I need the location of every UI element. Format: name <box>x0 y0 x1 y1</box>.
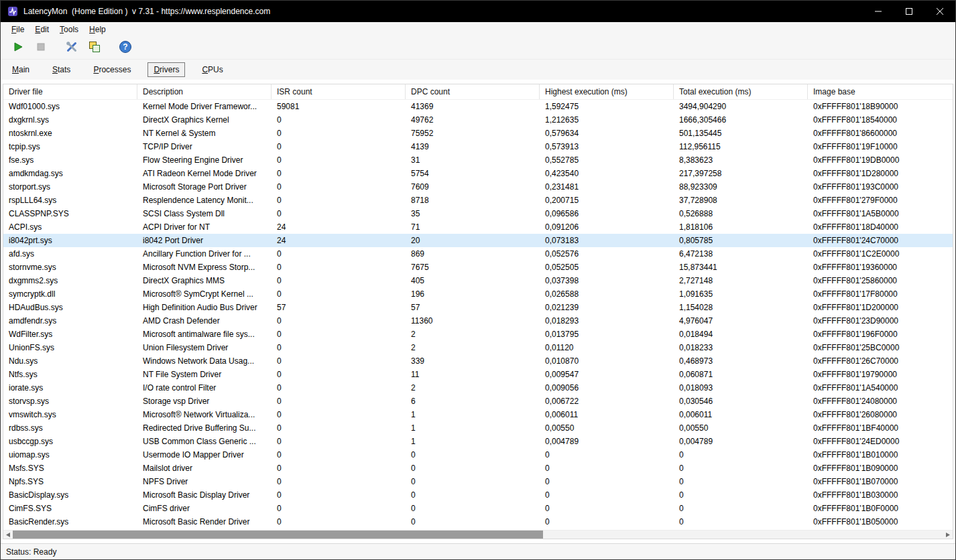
table-cell: 11 <box>406 368 540 381</box>
tab-processes[interactable]: Processes <box>87 62 137 77</box>
tab-cpus[interactable]: CPUs <box>196 62 229 77</box>
table-row-wdfilter-sys[interactable]: WdFilter.sysMicrosoft antimalware file s… <box>3 328 953 341</box>
table-cell: 0,231481 <box>540 180 674 194</box>
table-cell: 59081 <box>272 100 406 113</box>
table-row-usbccgp-sys[interactable]: usbccgp.sysUSB Common Class Generic ...0… <box>3 435 953 448</box>
table-cell: 0xFFFFF801'193C0000 <box>808 180 953 194</box>
table-cell: 0,009056 <box>540 381 674 395</box>
table-row-ndu-sys[interactable]: Ndu.sysWindows Network Data Usag...03390… <box>3 354 953 368</box>
table-cell: 0,018233 <box>674 341 808 354</box>
table-cell: CimFS.SYS <box>3 502 137 515</box>
menu-item-edit[interactable]: Edit <box>29 23 54 36</box>
tab-stats[interactable]: Stats <box>46 62 76 77</box>
minimize-button[interactable] <box>863 1 894 22</box>
help-button[interactable]: ? <box>116 39 135 58</box>
table-row-afd-sys[interactable]: afd.sysAncillary Function Driver for ...… <box>3 247 953 261</box>
table-row-dxgmms2-sys[interactable]: dxgmms2.sysDirectX Graphics MMS04050,037… <box>3 274 953 287</box>
scroll-right-arrow-icon[interactable] <box>943 531 953 539</box>
table-row-dxgkrnl-sys[interactable]: dxgkrnl.sysDirectX Graphics Kernel049762… <box>3 113 953 127</box>
table-row-wdf01000-sys[interactable]: Wdf01000.sysKernel Mode Driver Framewor.… <box>3 100 953 113</box>
table-cell: Storage vsp Driver <box>137 395 272 408</box>
table-row-basicdisplay-sys[interactable]: BasicDisplay.sysMicrosoft Basic Display … <box>3 488 953 502</box>
column-header-description[interactable]: Description <box>137 84 272 99</box>
table-row-fse-sys[interactable]: fse.sysFlow Steering Engine Driver0310,5… <box>3 153 953 167</box>
column-header-highest-execution-ms[interactable]: Highest execution (ms) <box>540 84 674 99</box>
table-cell: 0 <box>272 395 406 408</box>
menu-item-file[interactable]: File <box>6 23 29 36</box>
table-cell: USB Common Class Generic ... <box>137 435 272 448</box>
table-row-iorate-sys[interactable]: iorate.sysI/O rate control Filter020,009… <box>3 381 953 395</box>
table-cell: i8042prt.sys <box>3 234 137 247</box>
maximize-button[interactable] <box>894 1 924 22</box>
table-cell: 88,923309 <box>674 180 808 194</box>
table-row-msfs-sys[interactable]: Msfs.SYSMailslot driver00000xFFFFF801'1B… <box>3 462 953 475</box>
table-row-tcpip-sys[interactable]: tcpip.sysTCP/IP Driver041390,573913112,9… <box>3 140 953 153</box>
table-row-unionfs-sys[interactable]: UnionFS.sysUnion Filesystem Driver020,01… <box>3 341 953 354</box>
table-row-classpnp-sys[interactable]: CLASSPNP.SYSSCSI Class System Dll0350,09… <box>3 207 953 220</box>
table-cell: 7675 <box>406 261 540 274</box>
table-cell: 0 <box>406 515 540 529</box>
table-cell: 0xFFFFF801'1B050000 <box>808 515 953 529</box>
table-cell: 6,472138 <box>674 247 808 261</box>
table-row-storport-sys[interactable]: storport.sysMicrosoft Storage Port Drive… <box>3 180 953 194</box>
table-row-basicrender-sys[interactable]: BasicRender.sysMicrosoft Basic Render Dr… <box>3 515 953 529</box>
copy-icon <box>88 40 101 56</box>
table-cell: 0xFFFFF801'24C70000 <box>808 234 953 247</box>
table-cell: 71 <box>406 220 540 234</box>
table-row-i8042prt-sys[interactable]: i8042prt.sysi8042 Port Driver24200,07318… <box>3 234 953 247</box>
table-cell: 339 <box>406 354 540 368</box>
column-header-image-base[interactable]: Image base <box>808 84 953 99</box>
table-cell: 217,397258 <box>674 167 808 180</box>
column-header-total-execution-ms[interactable]: Total execution (ms) <box>674 84 808 99</box>
table-row-rdbss-sys[interactable]: rdbss.sysRedirected Drive Buffering Su..… <box>3 421 953 435</box>
menu-item-tools[interactable]: Tools <box>54 23 84 36</box>
table-row-npfs-sys[interactable]: Npfs.SYSNPFS Driver00000xFFFFF801'1B0700… <box>3 475 953 488</box>
table-cell: 0,037398 <box>540 274 674 287</box>
table-cell: 0 <box>674 475 808 488</box>
horizontal-scrollbar[interactable] <box>3 530 953 539</box>
table-row-amdkmdag-sys[interactable]: amdkmdag.sysATI Radeon Kernel Mode Drive… <box>3 167 953 180</box>
table-row-cimfs-sys[interactable]: CimFS.SYSCimFS driver00000xFFFFF801'1B0F… <box>3 502 953 515</box>
table-cell: 0xFFFFF801'19360000 <box>808 261 953 274</box>
table-row-ntfs-sys[interactable]: Ntfs.sysNT File System Driver0110,009547… <box>3 368 953 381</box>
table-row-rsplll64-sys[interactable]: rspLLL64.sysResplendence Latency Monit..… <box>3 194 953 207</box>
table-cell: Microsoft® Network Virtualiza... <box>137 408 272 421</box>
column-header-dpc-count[interactable]: DPC count <box>406 84 540 99</box>
table-cell: 2,727148 <box>674 274 808 287</box>
scrollbar-thumb[interactable] <box>13 531 543 539</box>
table-cell: 0,026588 <box>540 287 674 301</box>
copy-report-button[interactable] <box>85 39 104 58</box>
table-cell: 0 <box>272 408 406 421</box>
table-row-ntoskrnl-exe[interactable]: ntoskrnl.exeNT Kernel & System0759520,57… <box>3 127 953 140</box>
table-cell: 0 <box>272 140 406 153</box>
table-cell: 0 <box>272 167 406 180</box>
table-cell: I/O rate control Filter <box>137 381 272 395</box>
scroll-left-arrow-icon[interactable] <box>3 531 13 539</box>
tools-icon <box>65 40 78 56</box>
table-row-hdaudbus-sys[interactable]: HDAudBus.sysHigh Definition Audio Bus Dr… <box>3 301 953 314</box>
table-cell: Flow Steering Engine Driver <box>137 153 272 167</box>
table-row-acpi-sys[interactable]: ACPI.sysACPI Driver for NT24710,0912061,… <box>3 220 953 234</box>
table-cell: 0,018093 <box>674 381 808 395</box>
table-row-symcryptk-dll[interactable]: symcryptk.dllMicrosoft® SymCrypt Kernel … <box>3 287 953 301</box>
table-row-amdfendr-sys[interactable]: amdfendr.sysAMD Crash Defender0113600,01… <box>3 314 953 328</box>
tab-drivers[interactable]: Drivers <box>147 62 185 77</box>
table-row-stornvme-sys[interactable]: stornvme.sysMicrosoft NVM Express Storp.… <box>3 261 953 274</box>
start-monitor-button[interactable] <box>9 39 27 58</box>
tab-main[interactable]: Main <box>6 62 36 77</box>
menu-item-help[interactable]: Help <box>84 23 111 36</box>
table-cell: 1 <box>406 435 540 448</box>
table-cell: 8718 <box>406 194 540 207</box>
close-button[interactable] <box>924 1 955 22</box>
table-cell: 0xFFFFF801'19790000 <box>808 368 953 381</box>
table-cell: 15,873441 <box>674 261 808 274</box>
column-header-isr-count[interactable]: ISR count <box>272 84 406 99</box>
table-row-uiomap-sys[interactable]: uiomap.sysUsermode IO Mapper Driver00000… <box>3 448 953 462</box>
table-cell: 0 <box>674 488 808 502</box>
table-row-storvsp-sys[interactable]: storvsp.sysStorage vsp Driver060,0067220… <box>3 395 953 408</box>
column-header-driver-file[interactable]: Driver file <box>3 84 137 99</box>
scrollbar-track[interactable] <box>13 531 943 539</box>
table-row-vmswitch-sys[interactable]: vmswitch.sysMicrosoft® Network Virtualiz… <box>3 408 953 421</box>
options-button[interactable] <box>62 39 81 58</box>
table-cell: TCP/IP Driver <box>137 140 272 153</box>
